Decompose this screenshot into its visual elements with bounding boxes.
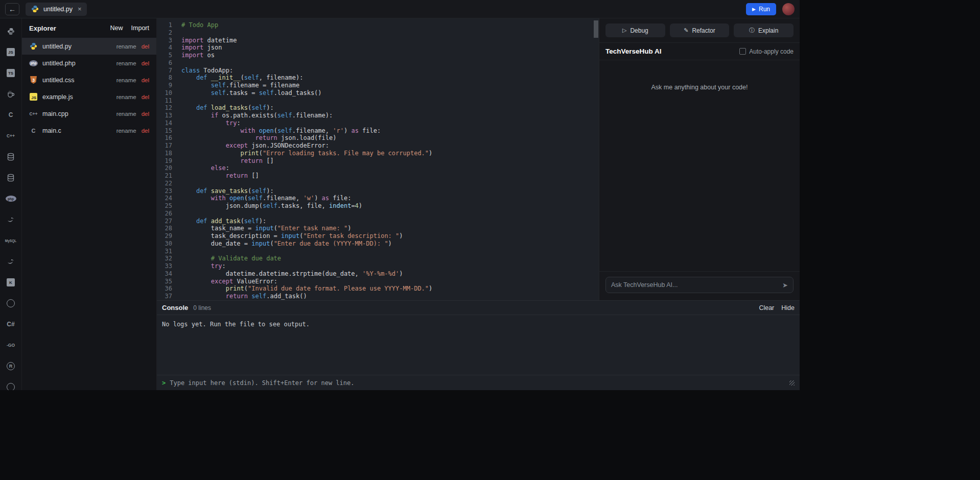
code-line[interactable]: 21 return [] [157,172,599,180]
resize-grip-icon[interactable] [789,380,795,386]
rename-button[interactable]: rename [116,60,136,66]
code-text: task_name = input("Enter task name: ") [172,225,351,232]
file-row[interactable]: phpuntitled.phprenamedel [22,55,156,71]
code-line[interactable]: 29 task_description = input("Enter task … [157,232,599,240]
line-number: 10 [157,89,172,97]
line-number: 1 [157,21,172,29]
go-icon[interactable]: -GO [5,340,16,351]
code-line[interactable]: 22 [157,180,599,187]
code-line[interactable]: 30 due_date = input("Enter due date (YYY… [157,240,599,248]
tab-untitled-py[interactable]: untitled.py × [26,3,87,16]
rename-button[interactable]: rename [116,43,136,50]
assistant-input[interactable] [611,281,778,289]
code-line[interactable]: 1# Todo App [157,21,599,29]
code-line[interactable]: 14 try: [157,119,599,127]
code-line[interactable]: 20 else: [157,164,599,172]
file-row[interactable]: untitled.pyrenamedel [22,38,156,55]
code-line[interactable]: 15 with open(self.filename, 'r') as file… [157,127,599,135]
back-button[interactable]: ← [5,3,19,15]
explain-button[interactable]: ⓘExplain [734,23,794,37]
code-line[interactable]: 5import os [157,52,599,59]
mysql-icon[interactable]: MySQL [5,235,16,246]
code-line[interactable]: 24 with open(self.filename, 'w') as file… [157,195,599,202]
java-icon[interactable] [5,88,16,100]
code-line[interactable]: 7class TodoApp: [157,67,599,75]
py-file-icon [29,42,38,50]
mysql-dolphin-icon[interactable] [5,214,16,225]
code-line[interactable]: 35 except ValueError: [157,278,599,285]
rename-button[interactable]: rename [116,77,136,83]
rename-button[interactable]: rename [116,128,136,134]
code-line[interactable]: 17 except json.JSONDecodeError: [157,142,599,150]
delete-button[interactable]: del [142,111,149,117]
code-editor[interactable]: 1# Todo App2 3import datetime4import jso… [157,18,599,300]
javascript-icon[interactable]: JS [5,46,16,58]
assistant-input-box[interactable]: ➤ [605,277,794,293]
database-alt-icon[interactable] [5,172,16,183]
new-file-button[interactable]: New [110,25,123,32]
delete-button[interactable]: del [142,60,149,66]
import-file-button[interactable]: Import [131,25,149,32]
editor-scrollbar[interactable] [594,19,598,299]
delete-button[interactable]: del [142,43,149,50]
code-line[interactable]: 36 print("Invalid due date format. Pleas… [157,285,599,293]
code-line[interactable]: 9 self.filename = filename [157,82,599,89]
file-row[interactable]: JSexample.jsrenamedel [22,88,156,105]
delete-button[interactable]: del [142,77,149,83]
code-line[interactable]: 4import json [157,44,599,52]
code-line[interactable]: 19 return [] [157,157,599,165]
console-hide-button[interactable]: Hide [781,304,795,311]
swift-icon[interactable] [5,256,16,267]
code-line[interactable]: 33 try: [157,262,599,270]
code-line[interactable]: 16 return json.load(file) [157,134,599,142]
r-icon[interactable]: R [5,361,16,372]
csharp-icon[interactable]: C# [5,319,16,330]
auto-apply-checkbox[interactable] [739,48,746,55]
mongodb-icon[interactable] [5,298,16,309]
console-clear-button[interactable]: Clear [759,304,774,311]
code-line[interactable]: 23 def save_tasks(self): [157,187,599,195]
file-row[interactable]: Cmain.crenamedel [22,122,156,139]
send-icon[interactable]: ➤ [782,281,788,289]
database-icon[interactable] [5,151,16,162]
ruby-icon[interactable] [5,381,16,390]
code-line[interactable]: 11 [157,97,599,105]
code-line[interactable]: 13 if os.path.exists(self.filename): [157,112,599,119]
python-icon[interactable] [5,26,16,37]
code-line[interactable]: 27 def add_task(self): [157,218,599,225]
code-line[interactable]: 6 [157,59,599,67]
cpp-icon[interactable]: C++ [5,130,16,141]
typescript-icon[interactable]: TS [5,67,16,79]
avatar[interactable] [782,3,795,15]
code-line[interactable]: 3import datetime [157,37,599,44]
code-line[interactable]: 34 datetime.datetime.strptime(due_date, … [157,270,599,278]
code-line[interactable]: 32 # Validate due date [157,255,599,262]
code-line[interactable]: 8 def __init__(self, filename): [157,74,599,82]
tab-close-icon[interactable]: × [78,5,82,13]
c-icon[interactable]: C [5,109,16,121]
code-line[interactable]: 25 json.dump(self.tasks, file, indent=4) [157,202,599,210]
run-button[interactable]: ▶ Run [746,3,776,15]
editor-scrollbar-thumb[interactable] [594,20,598,38]
auto-apply-toggle[interactable]: Auto-apply code [739,48,794,55]
file-row[interactable]: C++main.cpprenamedel [22,105,156,122]
debug-button[interactable]: ▷Debug [605,23,665,37]
delete-button[interactable]: del [142,128,149,134]
php-icon[interactable]: php [5,193,16,204]
code-line[interactable]: 18 print("Error loading tasks. File may … [157,150,599,157]
delete-button[interactable]: del [142,94,149,100]
code-line[interactable]: 37 return self.add_task() [157,293,599,300]
refactor-button[interactable]: ✎Refactor [670,23,730,37]
code-line[interactable]: 31 [157,248,599,255]
file-row[interactable]: 3untitled.cssrenamedel [22,71,156,88]
line-number: 19 [157,157,172,165]
code-line[interactable]: 12 def load_tasks(self): [157,104,599,112]
code-line[interactable]: 28 task_name = input("Enter task name: "… [157,225,599,232]
code-line[interactable]: 2 [157,29,599,37]
kotlin-icon[interactable]: K [5,277,16,288]
console-stdin-input[interactable] [170,379,785,387]
rename-button[interactable]: rename [116,94,136,100]
rename-button[interactable]: rename [116,111,136,117]
code-line[interactable]: 10 self.tasks = self.load_tasks() [157,89,599,97]
code-line[interactable]: 26 [157,210,599,218]
